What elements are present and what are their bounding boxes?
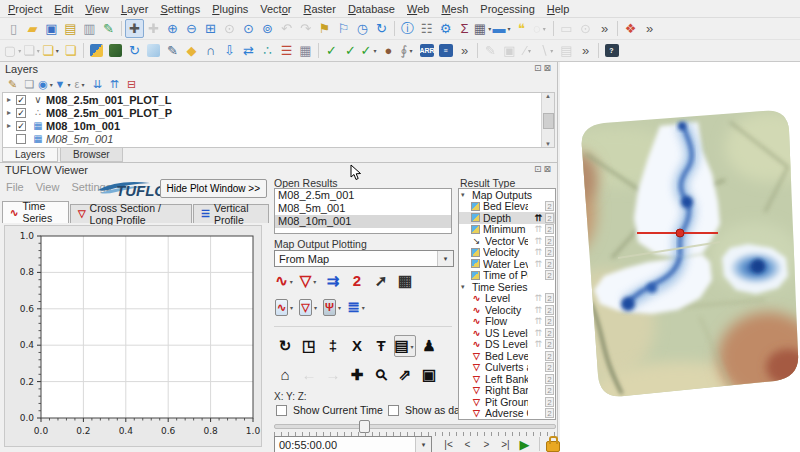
- osm-place-search[interactable]: ⊙: [576, 19, 595, 38]
- menu-mesh[interactable]: Mesh: [435, 2, 474, 16]
- result-type-item[interactable]: ∿DS Levels⇈2: [459, 339, 555, 351]
- pan-to-selection[interactable]: ✚: [144, 19, 163, 38]
- new-bookmark[interactable]: ⚑: [315, 19, 334, 38]
- open-project[interactable]: ▰: [23, 19, 42, 38]
- flip-x-axis[interactable]: X: [346, 335, 368, 357]
- menu-database[interactable]: Database: [342, 2, 401, 16]
- combo-dropdown-icon[interactable]: ▾: [415, 437, 431, 452]
- result-type-item[interactable]: ▽Left Bank Obvert⇈2: [459, 373, 555, 385]
- move-annotation[interactable]: ❏: [61, 41, 80, 60]
- plot-list-options[interactable]: ▤▾: [394, 335, 416, 357]
- manage-map-themes[interactable]: ◉▾: [38, 76, 55, 92]
- toggle-editing[interactable]: ✎: [481, 41, 500, 60]
- load-results[interactable]: ⇄: [239, 41, 258, 60]
- arr-to-tuflow[interactable]: ARR: [417, 41, 436, 60]
- result-type-item[interactable]: Minimum dt⇈2: [459, 224, 555, 236]
- mesh-refresh[interactable]: ↻: [125, 41, 144, 60]
- crayfish-mesh[interactable]: [144, 41, 163, 60]
- vertex-tool[interactable]: ∖▾: [538, 41, 557, 60]
- scroll-down-icon[interactable]: ▼: [545, 141, 551, 147]
- grass-tools[interactable]: [106, 41, 125, 60]
- menu-edit[interactable]: Edit: [48, 2, 79, 16]
- axis-2-badge[interactable]: 2: [545, 328, 554, 338]
- plot-pan[interactable]: ✚: [346, 364, 368, 386]
- axis-2-badge[interactable]: 2: [545, 385, 554, 395]
- dock-tab-layers[interactable]: Layers: [2, 148, 58, 162]
- arch-tool[interactable]: ∩: [201, 41, 220, 60]
- result-type-item[interactable]: ∿Flow⇈2: [459, 316, 555, 328]
- open-layer-styling[interactable]: ✎: [4, 76, 21, 92]
- show-as-dates-checkbox[interactable]: [388, 405, 399, 416]
- menu-view[interactable]: View: [79, 2, 115, 16]
- plot-list-options-dropdown[interactable]: ▾: [409, 343, 416, 350]
- result-type-item[interactable]: ∿Velocity⇈2: [459, 304, 555, 316]
- time-slider-track[interactable]: [274, 424, 556, 429]
- measure[interactable]: ▬▾: [493, 19, 512, 38]
- open-result-item[interactable]: M08_5m_001: [275, 202, 451, 215]
- toolbar-overflow-2[interactable]: »: [640, 19, 659, 38]
- attach-files[interactable]: ∮▾: [398, 41, 417, 60]
- result-group[interactable]: ▾Map Outputs: [459, 189, 555, 201]
- show-statistics[interactable]: Σ: [455, 19, 474, 38]
- check-inputs[interactable]: ✓▾: [360, 41, 379, 60]
- flip-y-axis[interactable]: Ŧ: [370, 335, 392, 357]
- axis-2-badge[interactable]: 2: [545, 351, 554, 361]
- identify-features[interactable]: ⓘ: [398, 19, 417, 38]
- layer-checkbox[interactable]: [16, 134, 26, 144]
- layer-checkbox[interactable]: ✓: [16, 95, 26, 105]
- ts-from-map-dropdown[interactable]: ▾: [288, 304, 295, 311]
- collapse-all[interactable]: ⇈: [106, 76, 123, 92]
- tcp-tools[interactable]: ∴: [258, 41, 277, 60]
- time-slider[interactable]: [274, 420, 556, 430]
- lock-button[interactable]: [546, 441, 560, 452]
- check-inputs-dropdown[interactable]: ▾: [371, 47, 378, 54]
- style-manager[interactable]: ✎: [99, 19, 118, 38]
- profile-tool-plugin[interactable]: ❖: [621, 19, 640, 38]
- coordinate-capture[interactable]: ▭: [557, 19, 576, 38]
- secondary-axis-arrows-icon[interactable]: ⇈: [531, 305, 542, 315]
- report-tool[interactable]: ≡: [436, 41, 455, 60]
- save-project-as[interactable]: ▤: [61, 19, 80, 38]
- result-type-item[interactable]: Water Level⇈2: [459, 258, 555, 270]
- plot-back[interactable]: ←: [298, 364, 320, 386]
- layer-item[interactable]: ▸✓∨M08_2.5m_001_PLOT_L: [3, 93, 554, 106]
- secondary-axis-arrows-icon[interactable]: ⇈: [531, 293, 542, 303]
- axis-2-badge[interactable]: 2: [545, 224, 554, 234]
- refresh-plot[interactable]: ↻: [274, 335, 296, 357]
- new-project[interactable]: ▯: [4, 19, 23, 38]
- menu-settings[interactable]: Settings: [154, 2, 206, 16]
- user-plot-data[interactable]: ♟: [418, 335, 440, 357]
- check-files[interactable]: ✓: [341, 41, 360, 60]
- tab-cross-section-long-profile[interactable]: ▽Cross Section / Long Profile: [70, 204, 192, 223]
- tuflow-animal-plugin[interactable]: ●: [379, 41, 398, 60]
- result-type-item[interactable]: ▽Right Bank Obvert⇈2: [459, 385, 555, 397]
- processing-toolbox[interactable]: ⚙: [436, 19, 455, 38]
- axis-2-badge[interactable]: 2: [545, 305, 554, 315]
- axis-2-badge[interactable]: 2: [545, 339, 554, 349]
- open-result-item[interactable]: M08_2.5m_001: [275, 189, 451, 202]
- time-combo[interactable]: 00:55:00.00 ▾: [274, 436, 432, 452]
- vp-from-map[interactable]: Ψ▾: [322, 296, 344, 318]
- result-group[interactable]: ▾Time Series: [459, 281, 555, 293]
- toolbar-overflow-3[interactable]: »: [455, 41, 474, 60]
- axis-2-badge[interactable]: 2: [545, 213, 554, 223]
- vertex-tool-dropdown[interactable]: ▾: [548, 47, 555, 54]
- annotation-tool[interactable]: ◌▾: [531, 19, 550, 38]
- digitize-line[interactable]: ∕▾: [519, 41, 538, 60]
- result-type-item[interactable]: ∿Level⇈2: [459, 293, 555, 305]
- expander-icon[interactable]: ▸: [7, 121, 16, 130]
- plot-home[interactable]: ⌂: [274, 364, 296, 386]
- skip-to-start-button[interactable]: |<: [440, 436, 457, 452]
- result-type-item[interactable]: ▽Adverse Gradients⇈2: [459, 408, 555, 420]
- cross-section-point[interactable]: [676, 229, 684, 237]
- secondary-axis-arrows-icon[interactable]: ⇈: [531, 339, 542, 349]
- culvert-plot[interactable]: ‡: [322, 335, 344, 357]
- expander-icon[interactable]: ▾: [461, 191, 469, 199]
- zoom-to-layer[interactable]: ⊙: [239, 19, 258, 38]
- cs-from-map-dropdown[interactable]: ▾: [312, 304, 319, 311]
- step-forward-button[interactable]: >: [478, 436, 495, 452]
- zoom-full[interactable]: ⊞: [201, 19, 220, 38]
- map-export[interactable]: ▦: [296, 41, 315, 60]
- result-type-item[interactable]: ↘Vector Velocity⇈2: [459, 235, 555, 247]
- ts-plot-mode[interactable]: ∿▾: [274, 270, 296, 292]
